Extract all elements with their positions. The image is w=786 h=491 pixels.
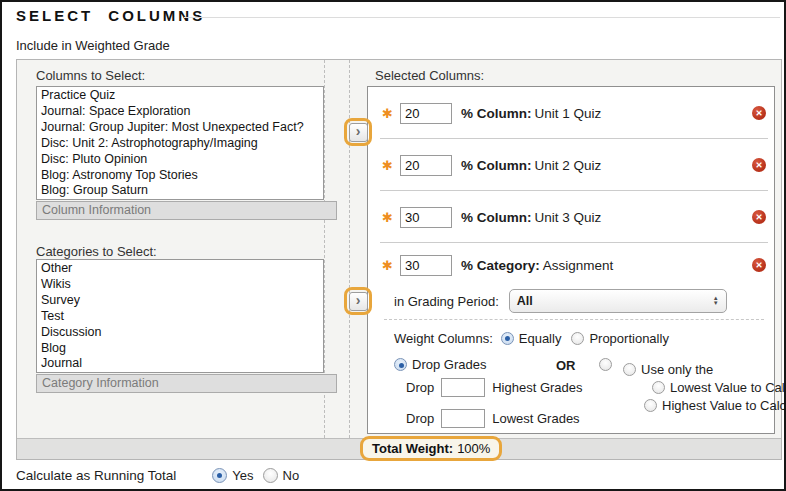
running-total-row: Calculate as Running Total Yes No: [16, 468, 308, 483]
list-item[interactable]: Practice Quiz: [37, 88, 323, 104]
list-item[interactable]: Journal: Group Jupiter: Most Unexpected …: [37, 120, 323, 136]
row-item-name: Unit 3 Quiz: [534, 210, 601, 225]
total-weight-bar: Total Weight: 100%: [17, 438, 781, 459]
weight-input[interactable]: [400, 103, 452, 124]
required-asterisk-icon: ✱: [382, 210, 393, 225]
drop-label: Drop: [406, 411, 434, 426]
page-title: SELECT COLUMNS: [16, 7, 205, 24]
column-information-bar[interactable]: Column Information: [36, 201, 337, 220]
weight-input[interactable]: [400, 255, 452, 276]
grading-period-label: in Grading Period:: [394, 294, 499, 309]
move-columns-button[interactable]: ›: [349, 123, 368, 142]
title-divider: [184, 17, 780, 18]
selected-columns-label: Selected Columns:: [375, 68, 484, 83]
remove-row-icon[interactable]: ✕: [752, 106, 766, 120]
columns-to-select-label: Columns to Select:: [36, 68, 145, 83]
list-item[interactable]: Test: [37, 309, 323, 325]
list-item[interactable]: Disc: Unit 2: Astrophotography/Imaging: [37, 136, 323, 152]
weight-input[interactable]: [400, 207, 452, 228]
required-asterisk-icon: ✱: [382, 158, 393, 173]
weight-input[interactable]: [400, 155, 452, 176]
lowest-grades-label: Lowest Grades: [492, 411, 579, 426]
list-item[interactable]: Disc: Pluto Opinion: [37, 152, 323, 168]
move-columns-callout: ›: [344, 118, 372, 146]
chevron-right-icon: ›: [356, 292, 361, 308]
row-item-name: Unit 2 Quiz: [534, 158, 601, 173]
list-item[interactable]: Journal: Space Exploration: [37, 104, 323, 120]
remove-row-icon[interactable]: ✕: [752, 258, 766, 272]
select-stepper-icon: ▲ ▼: [713, 296, 719, 306]
row-item-name: Unit 1 Quiz: [534, 106, 601, 121]
row-type-label: % Column:: [461, 210, 532, 225]
gutter-divider-dashed: [349, 60, 350, 438]
list-item[interactable]: Other: [37, 261, 323, 277]
drop-highest-input[interactable]: [441, 378, 485, 397]
use-only-label: Use only the: [641, 362, 713, 377]
list-item[interactable]: Journal: [37, 356, 323, 372]
columns-to-select-listbox[interactable]: Practice Quiz Journal: Space Exploration…: [36, 86, 324, 200]
row-type-label: % Column:: [461, 158, 532, 173]
running-total-no-label: No: [283, 468, 300, 483]
highest-value-label: Highest Value to Calculate: [662, 398, 786, 413]
lowest-value-label: Lowest Value to Calculate: [670, 380, 786, 395]
move-categories-callout: ›: [344, 287, 372, 315]
chevron-right-icon: ›: [356, 123, 361, 139]
weight-equally-radio[interactable]: [501, 332, 514, 345]
weighted-grade-selection-box: Columns to Select: Practice Quiz Journal…: [16, 59, 782, 460]
weight-proportionally-radio[interactable]: [571, 332, 584, 345]
selected-row-unit-1-quiz: ✱ % Column:Unit 1 Quiz ✕: [368, 87, 774, 139]
total-weight-label: Total Weight:: [372, 441, 453, 456]
move-categories-button[interactable]: ›: [349, 292, 368, 311]
grading-period-value: All: [517, 294, 713, 308]
required-asterisk-icon: ✱: [382, 258, 393, 273]
total-weight-value: 100%: [457, 441, 490, 456]
dashed-separator: [384, 319, 764, 320]
selected-columns-box: ✱ % Column:Unit 1 Quiz ✕ ✱ % Column:Unit…: [367, 86, 775, 434]
list-item[interactable]: Discussion: [37, 325, 323, 341]
required-asterisk-icon: ✱: [382, 106, 393, 121]
category-information-bar[interactable]: Category Information: [36, 374, 337, 393]
use-only-option-radio[interactable]: [599, 358, 612, 371]
include-in-weighted-grade-label: Include in Weighted Grade: [16, 38, 170, 53]
running-total-no-radio[interactable]: [263, 468, 278, 483]
weight-equally-label: Equally: [519, 331, 562, 346]
row-item-name: Assignment: [543, 258, 614, 273]
list-item[interactable]: Survey: [37, 293, 323, 309]
remove-row-icon[interactable]: ✕: [752, 210, 766, 224]
weight-proportionally-label: Proportionally: [589, 331, 669, 346]
use-only-radio[interactable]: [623, 363, 636, 376]
selected-row-unit-3-quiz: ✱ % Column:Unit 3 Quiz ✕: [368, 191, 774, 243]
categories-to-select-listbox[interactable]: Other Wikis Survey Test Discussion Blog …: [36, 259, 324, 373]
running-total-label: Calculate as Running Total: [16, 468, 176, 483]
selected-row-category-assignment: ✱ % Category:Assignment ✕ in Grading Per…: [368, 243, 774, 440]
list-item[interactable]: Blog: Group Saturn: [37, 183, 323, 199]
select-columns-panel: SELECT COLUMNS Include in Weighted Grade…: [0, 0, 786, 491]
list-item[interactable]: Wikis: [37, 277, 323, 293]
or-label: OR: [556, 358, 576, 373]
drop-lowest-input[interactable]: [441, 409, 485, 428]
drop-grades-label: Drop Grades: [412, 357, 486, 372]
lowest-value-radio[interactable]: [652, 381, 665, 394]
weight-columns-label: Weight Columns:: [394, 331, 493, 346]
drop-label: Drop: [406, 380, 434, 395]
row-type-label: % Category:: [461, 258, 540, 273]
row-type-label: % Column:: [461, 106, 532, 121]
list-item[interactable]: Blog: [37, 341, 323, 357]
selected-row-unit-2-quiz: ✱ % Column:Unit 2 Quiz ✕: [368, 139, 774, 191]
highest-grades-label: Highest Grades: [492, 380, 582, 395]
running-total-yes-label: Yes: [232, 468, 253, 483]
drop-grades-radio[interactable]: [394, 358, 407, 371]
categories-to-select-label: Categories to Select:: [36, 244, 157, 259]
drop-grades-section: Drop Grades OR Use only the Drop Highest…: [394, 356, 766, 440]
remove-row-icon[interactable]: ✕: [752, 158, 766, 172]
list-item[interactable]: Blog: Astronomy Top Stories: [37, 168, 323, 184]
highest-value-radio[interactable]: [644, 399, 657, 412]
running-total-yes-radio[interactable]: [212, 468, 227, 483]
grading-period-select[interactable]: All ▲ ▼: [509, 289, 727, 313]
